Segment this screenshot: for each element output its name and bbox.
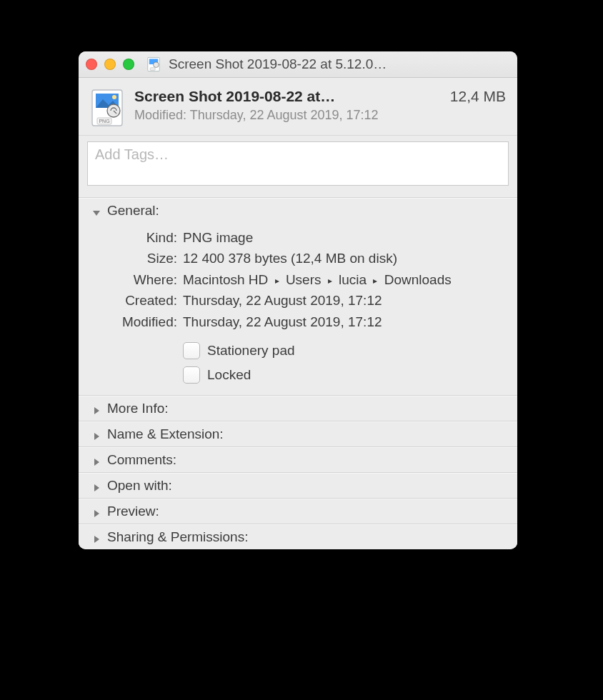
path-separator-icon: ▸ (272, 274, 282, 288)
section-more-info-header[interactable]: More Info: (79, 396, 517, 421)
modified-value: Thursday, 22 August 2019, 17:12 (190, 108, 379, 122)
file-modified-summary: Modified: Thursday, 22 August 2019, 17:1… (134, 108, 506, 123)
section-comments: Comments: (79, 447, 517, 473)
section-general-header[interactable]: General: (79, 199, 517, 223)
disclosure-right-icon (91, 455, 101, 465)
file-icon: PNG (90, 89, 124, 126)
section-sharing-permissions-header[interactable]: Sharing & Permissions: (79, 525, 517, 549)
row-kind: Kind: PNG image (91, 227, 504, 248)
disclosure-right-icon (91, 506, 101, 516)
disclosure-right-icon (91, 404, 101, 414)
section-comments-header[interactable]: Comments: (79, 448, 517, 472)
section-general-body: Kind: PNG image Size: 12 400 378 bytes (… (79, 223, 517, 395)
close-window-button[interactable] (86, 59, 97, 70)
modified-value-2: Thursday, 22 August 2019, 17:12 (183, 311, 504, 332)
disclosure-down-icon (91, 206, 101, 216)
section-name-extension: Name & Extension: (79, 421, 517, 447)
svg-marker-18 (94, 536, 99, 543)
row-size: Size: 12 400 378 bytes (12,4 MB on disk) (91, 248, 504, 269)
svg-marker-13 (94, 407, 99, 414)
where-part-2: lucia (339, 272, 367, 287)
svg-marker-15 (94, 459, 99, 466)
svg-marker-12 (93, 211, 100, 216)
kind-value: PNG image (183, 227, 504, 248)
path-separator-icon: ▸ (325, 274, 335, 288)
svg-rect-3 (150, 68, 155, 70)
minimize-window-button[interactable] (104, 59, 116, 70)
svg-point-2 (154, 62, 159, 68)
created-label: Created: (91, 290, 183, 311)
created-value: Thursday, 22 August 2019, 17:12 (183, 290, 504, 311)
file-summary: PNG Screen Shot 2019-08-22 at… 12,4 MB M… (79, 78, 517, 136)
stationery-pad-row: Stationery pad (183, 342, 504, 359)
section-general-title: General: (107, 203, 159, 219)
row-where: Where: Macintosh HD ▸ Users ▸ lucia ▸ Do… (91, 269, 504, 290)
disclosure-right-icon (91, 532, 101, 542)
row-modified: Modified: Thursday, 22 August 2019, 17:1… (91, 311, 504, 332)
section-more-info-title: More Info: (107, 401, 169, 416)
section-name-extension-title: Name & Extension: (107, 426, 224, 442)
section-more-info: More Info: (79, 396, 517, 421)
locked-row: Locked (183, 366, 504, 384)
where-part-0: Macintosh HD (183, 272, 268, 287)
titlebar-file-icon (146, 56, 161, 72)
size-label: Size: (91, 248, 183, 269)
section-open-with-title: Open with: (107, 478, 172, 494)
section-sharing-permissions: Sharing & Permissions: (79, 524, 517, 549)
locked-checkbox[interactable] (183, 366, 200, 384)
locked-label: Locked (207, 367, 251, 383)
tags-input[interactable] (87, 141, 509, 186)
info-window: Screen Shot 2019-08-22 at 5.12.0… PNG Sc… (79, 51, 517, 549)
zoom-window-button[interactable] (123, 59, 134, 70)
file-name: Screen Shot 2019-08-22 at… (134, 88, 440, 105)
stationery-pad-label: Stationery pad (207, 343, 295, 359)
svg-point-7 (112, 95, 116, 99)
row-created: Created: Thursday, 22 August 2019, 17:12 (91, 290, 504, 311)
window-controls (86, 59, 134, 70)
section-preview: Preview: (79, 499, 517, 524)
svg-marker-14 (94, 433, 99, 440)
section-general: General: Kind: PNG image Size: 12 400 37… (79, 198, 517, 396)
section-preview-title: Preview: (107, 504, 159, 519)
modified-label: Modified: (134, 108, 186, 122)
svg-marker-16 (94, 484, 99, 491)
section-preview-header[interactable]: Preview: (79, 499, 517, 524)
section-open-with: Open with: (79, 473, 517, 499)
where-part-1: Users (286, 272, 322, 287)
svg-marker-17 (94, 510, 99, 517)
size-value: 12 400 378 bytes (12,4 MB on disk) (183, 248, 504, 269)
titlebar[interactable]: Screen Shot 2019-08-22 at 5.12.0… (79, 51, 517, 78)
where-part-3: Downloads (384, 272, 452, 287)
stationery-pad-checkbox[interactable] (183, 342, 200, 359)
section-sharing-permissions-title: Sharing & Permissions: (107, 529, 248, 545)
section-open-with-header[interactable]: Open with: (79, 474, 517, 498)
file-size: 12,4 MB (450, 88, 506, 105)
section-name-extension-header[interactable]: Name & Extension: (79, 422, 517, 446)
disclosure-right-icon (91, 481, 101, 491)
where-value: Macintosh HD ▸ Users ▸ lucia ▸ Downloads (183, 269, 504, 290)
section-comments-title: Comments: (107, 452, 176, 468)
kind-label: Kind: (91, 227, 183, 248)
svg-text:PNG: PNG (99, 119, 109, 124)
where-label: Where: (91, 269, 183, 290)
path-separator-icon: ▸ (370, 274, 380, 288)
modified-label-2: Modified: (91, 311, 183, 332)
tags-section (79, 136, 517, 198)
window-title: Screen Shot 2019-08-22 at 5.12.0… (169, 56, 510, 72)
disclosure-right-icon (91, 429, 101, 439)
